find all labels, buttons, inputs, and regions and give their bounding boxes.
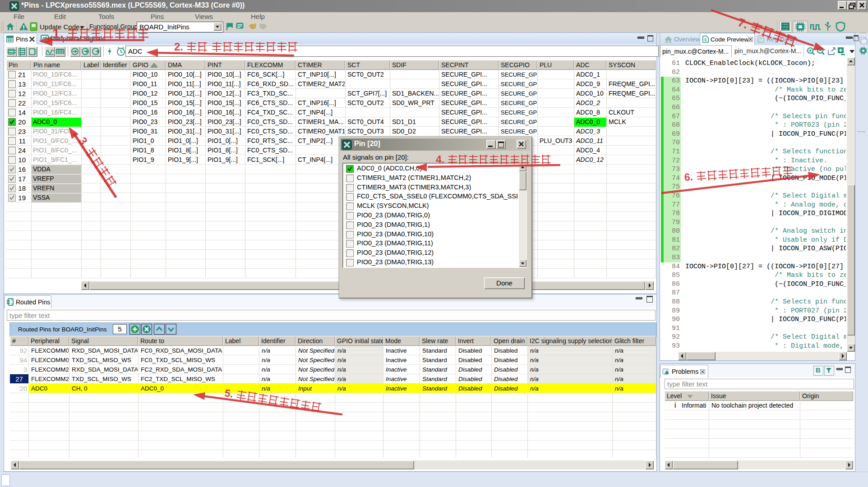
svg-text:c: c bbox=[704, 37, 707, 42]
